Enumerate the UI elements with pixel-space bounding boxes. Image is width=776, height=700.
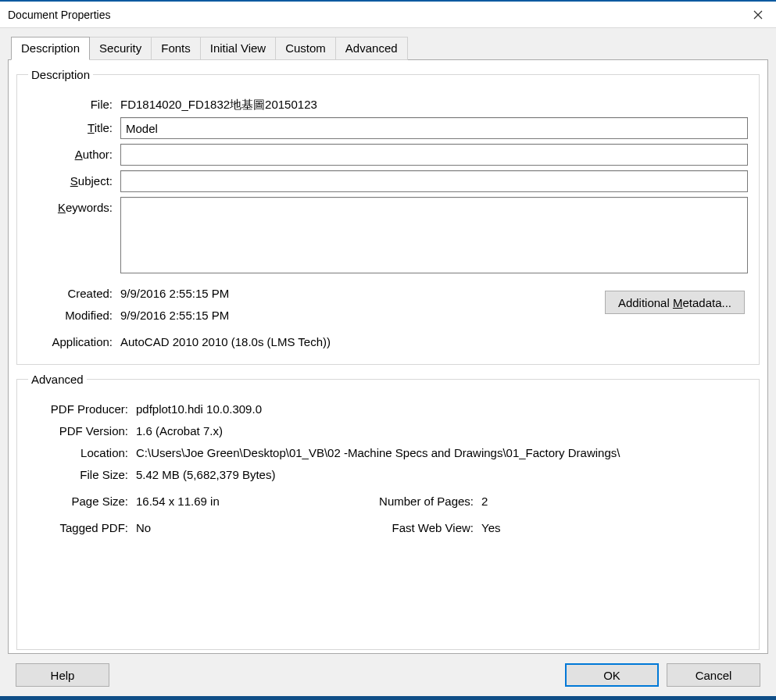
created-label: Created: — [28, 283, 120, 300]
client-area: Description Security Fonts Initial View … — [0, 28, 776, 696]
tab-advanced[interactable]: Advanced — [335, 37, 408, 60]
author-input[interactable] — [120, 144, 748, 166]
keywords-input[interactable] — [120, 197, 748, 273]
location-value: C:\Users\Joe Green\Desktop\01_VB\02 -Mac… — [136, 442, 748, 459]
description-legend: Description — [28, 68, 93, 81]
close-icon — [753, 10, 763, 20]
title-label: Title: — [28, 117, 120, 134]
modified-label: Modified: — [28, 305, 120, 322]
application-label: Application: — [28, 331, 120, 348]
location-label: Location: — [28, 442, 136, 459]
tagged-pdf-label: Tagged PDF: — [28, 517, 136, 534]
tab-security[interactable]: Security — [89, 37, 152, 60]
num-pages-value: 2 — [481, 491, 500, 508]
window-title: Document Properties — [8, 9, 740, 21]
subject-label: Subject: — [28, 170, 120, 188]
tab-strip: Description Security Fonts Initial View … — [11, 36, 768, 59]
page-size-label: Page Size: — [28, 491, 136, 508]
tab-custom[interactable]: Custom — [275, 37, 336, 60]
tagged-pdf-value: No — [136, 517, 269, 534]
help-button[interactable]: Help — [16, 663, 109, 687]
title-input[interactable] — [120, 117, 748, 139]
close-button[interactable] — [740, 2, 776, 27]
pdf-producer-value: pdfplot10.hdi 10.0.309.0 — [136, 398, 748, 416]
advanced-group: Advanced PDF Producer: pdfplot10.hdi 10.… — [16, 373, 760, 650]
document-properties-window: Document Properties Description Security… — [0, 0, 776, 700]
titlebar: Document Properties — [0, 2, 776, 28]
ok-button[interactable]: OK — [565, 663, 659, 687]
file-size-label: File Size: — [28, 464, 136, 481]
pdf-version-label: PDF Version: — [28, 420, 136, 438]
subject-input[interactable] — [120, 170, 748, 192]
pdf-producer-label: PDF Producer: — [28, 398, 136, 416]
cancel-button[interactable]: Cancel — [667, 663, 760, 687]
pdf-version-value: 1.6 (Acrobat 7.x) — [136, 420, 748, 438]
fast-web-view-value: Yes — [481, 517, 500, 534]
tab-body: Description File: FD1814020_FD1832地基圖201… — [8, 59, 768, 654]
tab-initial-view[interactable]: Initial View — [200, 37, 276, 60]
additional-metadata-button[interactable]: Additional Metadata... — [605, 291, 745, 314]
advanced-legend: Advanced — [28, 373, 87, 386]
dialog-button-bar: Help OK Cancel — [8, 654, 768, 696]
file-label: File: — [28, 94, 120, 111]
description-group: Description File: FD1814020_FD1832地基圖201… — [16, 68, 760, 365]
window-bottom-edge — [0, 696, 776, 700]
application-value: AutoCAD 2010 2010 (18.0s (LMS Tech)) — [120, 331, 748, 348]
file-size-value: 5.42 MB (5,682,379 Bytes) — [136, 464, 748, 481]
author-label: Author: — [28, 144, 120, 161]
page-size-value: 16.54 x 11.69 in — [136, 491, 269, 508]
created-value: 9/9/2016 2:55:15 PM — [120, 283, 605, 300]
modified-value: 9/9/2016 2:55:15 PM — [120, 305, 605, 322]
tab-fonts[interactable]: Fonts — [151, 37, 201, 60]
keywords-label: Keywords: — [28, 197, 120, 214]
num-pages-label: Number of Pages: — [363, 491, 481, 508]
file-value: FD1814020_FD1832地基圖20150123 — [120, 94, 748, 112]
fast-web-view-label: Fast Web View: — [363, 517, 481, 534]
tab-description[interactable]: Description — [11, 37, 90, 60]
